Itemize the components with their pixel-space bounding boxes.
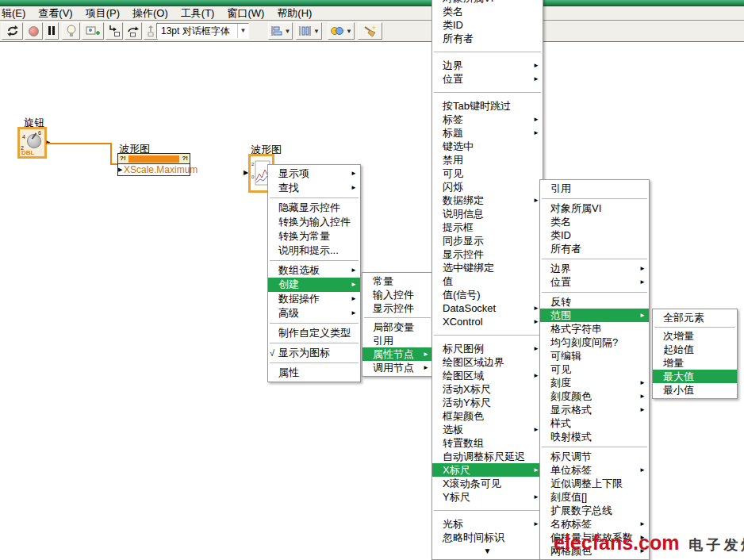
menu-item[interactable]: 所有者 <box>432 32 543 45</box>
menu-item[interactable]: 次增量 <box>653 329 737 343</box>
menu-item[interactable]: 标签► <box>432 113 543 126</box>
menu-item[interactable]: 均匀刻度间隔? <box>540 336 649 349</box>
menu-item[interactable]: 显示格式► <box>540 403 649 416</box>
menu-item[interactable]: 提示框 <box>432 221 543 234</box>
menu-item[interactable]: DataSocket► <box>432 301 543 315</box>
menu-item[interactable]: 调用节点► <box>362 361 432 374</box>
menu-item[interactable]: 标题► <box>432 126 543 140</box>
menu-item[interactable]: 数据操作► <box>268 292 360 306</box>
step-into-button[interactable] <box>105 22 123 40</box>
menu-item[interactable]: 对象所属VI <box>540 201 649 215</box>
menu-item[interactable]: 引用 <box>540 182 649 195</box>
wire-segment[interactable] <box>47 143 112 144</box>
menu-item[interactable]: 位置► <box>540 275 649 289</box>
menu-item[interactable]: 输入控件 <box>362 288 432 301</box>
menu-item[interactable]: 框架颜色 <box>432 409 543 423</box>
align-objects-button[interactable]: ▼ <box>268 22 293 40</box>
menubar-item[interactable]: 项目(P) <box>79 6 126 20</box>
menu-item[interactable]: 显示控件 <box>432 247 543 261</box>
menu-item[interactable]: 最小值 <box>653 383 737 397</box>
property-node[interactable]: ?! ?! ▶ XScale.Maximum <box>117 153 190 176</box>
menu-item[interactable]: 格式字符串 <box>540 322 649 336</box>
menu-item[interactable]: 类ID <box>540 228 649 242</box>
menu-item[interactable]: 样式 <box>540 416 649 430</box>
menu-item[interactable]: 扩展数字总线 <box>540 504 649 517</box>
menu-item[interactable]: 显示项► <box>268 167 360 181</box>
step-over-button[interactable] <box>125 22 142 40</box>
menubar-item[interactable]: 窗口(W) <box>221 6 270 20</box>
cleanup-diagram-button[interactable] <box>358 22 382 40</box>
menu-item[interactable]: 类名 <box>432 5 543 18</box>
menu-item[interactable]: XControl► <box>432 315 543 328</box>
menu-item[interactable]: 刻度颜色► <box>540 389 649 403</box>
menu-item[interactable]: 转换为输入控件 <box>268 215 360 229</box>
menu-item[interactable]: 类ID <box>432 18 543 32</box>
distribute-objects-button[interactable]: ▼ <box>296 22 322 40</box>
menu-item[interactable]: 名称标签► <box>540 517 649 531</box>
menu-item[interactable]: 单位标签► <box>540 463 649 477</box>
menu-item[interactable]: 忽略时间标识 <box>432 531 543 544</box>
menu-item[interactable]: √显示为图标 <box>268 346 360 360</box>
menu-item[interactable]: 选中键绑定 <box>432 261 543 274</box>
menu-scroll-down[interactable]: ▼ <box>432 544 543 558</box>
menu-item[interactable]: 刻度► <box>540 376 649 389</box>
menu-item[interactable]: 可见 <box>432 167 543 180</box>
menu-item[interactable]: 可编辑 <box>540 349 649 362</box>
menu-item[interactable]: 禁用 <box>432 153 543 167</box>
menu-item[interactable]: 标尺调节 <box>540 450 649 463</box>
menu-item[interactable]: 隐藏显示控件 <box>268 201 360 215</box>
menu-item[interactable]: 边界► <box>432 59 543 72</box>
menu-item[interactable]: 绘图区域► <box>432 369 543 382</box>
menu-item[interactable]: 同步显示 <box>432 234 543 247</box>
menubar-item[interactable]: 帮助(H) <box>270 6 318 20</box>
menu-item[interactable]: 属性节点► <box>362 347 432 361</box>
menu-item[interactable]: 值 <box>432 274 543 288</box>
menu-item[interactable]: 值(信号) <box>432 288 543 301</box>
menu-item[interactable]: 属性 <box>268 366 360 380</box>
menu-item[interactable]: 高级► <box>268 306 360 320</box>
menu-item[interactable]: 常量 <box>362 274 432 288</box>
menu-item[interactable]: 自动调整标尺延迟 <box>432 450 543 463</box>
menu-item[interactable]: X标尺► <box>432 463 543 477</box>
menu-item[interactable]: 转换为常量 <box>268 229 360 244</box>
menu-item[interactable]: 数组选板► <box>268 263 360 278</box>
abort-button[interactable] <box>25 22 43 40</box>
menu-item[interactable]: Y标尺► <box>432 490 543 504</box>
menu-item[interactable]: 起始值 <box>653 343 737 356</box>
knob-terminal[interactable]: 6 4 2 DBL ► <box>17 127 47 159</box>
menu-item[interactable]: 全部元素 <box>653 311 737 324</box>
menu-item[interactable]: 查找► <box>268 181 360 195</box>
menu-item[interactable]: 选板► <box>432 423 543 436</box>
highlight-execution-button[interactable] <box>62 22 80 40</box>
menu-item[interactable]: 转置数组 <box>432 436 543 450</box>
menu-item[interactable]: 局部变量 <box>362 320 432 334</box>
menu-item[interactable]: 类名 <box>540 215 649 228</box>
menu-item[interactable]: 数据绑定► <box>432 194 543 207</box>
menu-item[interactable]: 按Tab键时跳过 <box>432 99 543 113</box>
menu-item[interactable]: 近似调整上下限 <box>540 477 649 490</box>
menu-item[interactable]: 引用 <box>362 334 432 347</box>
reorder-button[interactable]: ▼ <box>328 22 355 40</box>
menu-item[interactable]: 标尺图例► <box>432 342 543 355</box>
menu-item[interactable]: 说明信息 <box>432 207 543 221</box>
menubar-item[interactable]: 操作(O) <box>126 6 174 20</box>
menu-item[interactable]: X滚动条可见 <box>432 477 543 490</box>
menu-item[interactable]: 增量 <box>653 356 737 370</box>
menu-item[interactable]: 说明和提示... <box>268 244 360 258</box>
menu-item[interactable]: 绘图区域边界 <box>432 355 543 369</box>
menu-item[interactable]: 映射模式 <box>540 430 649 443</box>
menu-item[interactable]: 光标► <box>432 517 543 531</box>
pause-button[interactable] <box>44 22 59 40</box>
font-dropdown-arrow-icon[interactable]: ▼ <box>237 24 248 38</box>
menu-item[interactable]: 键选中 <box>432 140 543 153</box>
menu-item[interactable]: 活动Y标尺 <box>432 396 543 409</box>
wire-segment[interactable] <box>110 143 112 165</box>
menu-item[interactable]: 位置► <box>432 72 543 86</box>
font-selector[interactable]: 13pt 对话框字体 ▼ <box>156 23 249 39</box>
menu-item[interactable]: 创建► <box>268 278 360 292</box>
menu-item[interactable]: 反转 <box>540 295 649 309</box>
menubar-item[interactable]: 查看(V) <box>32 6 79 20</box>
menu-item[interactable]: 刻度值[] <box>540 490 649 504</box>
menubar-item[interactable]: 辑(E) <box>0 6 32 20</box>
menu-item[interactable]: 边界► <box>540 262 649 275</box>
